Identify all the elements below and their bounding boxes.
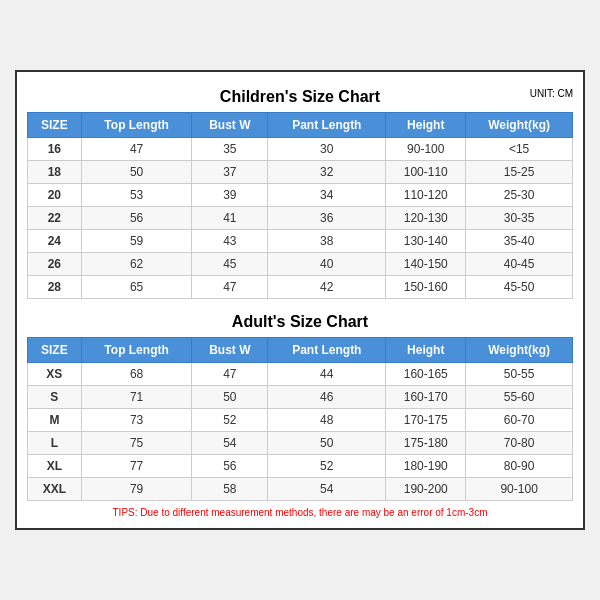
table-cell: 47 — [81, 138, 192, 161]
table-cell: 175-180 — [386, 432, 466, 455]
table-cell: 59 — [81, 230, 192, 253]
table-cell: M — [28, 409, 82, 432]
table-cell: 50 — [268, 432, 386, 455]
table-cell: 18 — [28, 161, 82, 184]
table-cell: 32 — [268, 161, 386, 184]
adults-header-cell: SIZE — [28, 338, 82, 363]
children-size-table: SIZETop LengthBust WPant LengthHeightWei… — [27, 112, 573, 299]
table-cell: 130-140 — [386, 230, 466, 253]
table-cell: 53 — [81, 184, 192, 207]
table-row: S715046160-17055-60 — [28, 386, 573, 409]
children-header-cell: Bust W — [192, 113, 268, 138]
table-cell: 79 — [81, 478, 192, 501]
table-cell: 45-50 — [466, 276, 573, 299]
table-cell: 20 — [28, 184, 82, 207]
size-chart-container: Children's Size Chart UNIT: CM SIZETop L… — [15, 70, 585, 530]
children-header-cell: Weight(kg) — [466, 113, 573, 138]
table-cell: 180-190 — [386, 455, 466, 478]
table-cell: 43 — [192, 230, 268, 253]
adults-section-title: Adult's Size Chart — [27, 307, 573, 333]
table-cell: 62 — [81, 253, 192, 276]
table-cell: 190-200 — [386, 478, 466, 501]
table-cell: 41 — [192, 207, 268, 230]
table-cell: <15 — [466, 138, 573, 161]
table-cell: 48 — [268, 409, 386, 432]
table-row: 1647353090-100<15 — [28, 138, 573, 161]
table-row: 20533934110-12025-30 — [28, 184, 573, 207]
table-cell: 50-55 — [466, 363, 573, 386]
table-cell: 170-175 — [386, 409, 466, 432]
table-row: L755450175-18070-80 — [28, 432, 573, 455]
table-cell: 34 — [268, 184, 386, 207]
table-cell: 36 — [268, 207, 386, 230]
children-header-row: SIZETop LengthBust WPant LengthHeightWei… — [28, 113, 573, 138]
table-cell: 39 — [192, 184, 268, 207]
table-cell: 47 — [192, 276, 268, 299]
table-cell: 15-25 — [466, 161, 573, 184]
table-cell: 56 — [192, 455, 268, 478]
table-cell: 110-120 — [386, 184, 466, 207]
table-cell: 50 — [81, 161, 192, 184]
table-cell: 60-70 — [466, 409, 573, 432]
table-row: 18503732100-11015-25 — [28, 161, 573, 184]
table-cell: 71 — [81, 386, 192, 409]
table-cell: 70-80 — [466, 432, 573, 455]
adults-header-cell: Height — [386, 338, 466, 363]
children-title-text: Children's Size Chart — [220, 88, 380, 105]
table-cell: 45 — [192, 253, 268, 276]
table-cell: 28 — [28, 276, 82, 299]
table-cell: 35-40 — [466, 230, 573, 253]
table-cell: 16 — [28, 138, 82, 161]
table-cell: 100-110 — [386, 161, 466, 184]
table-cell: 42 — [268, 276, 386, 299]
table-cell: 56 — [81, 207, 192, 230]
table-cell: 46 — [268, 386, 386, 409]
table-cell: 160-170 — [386, 386, 466, 409]
adults-header-cell: Bust W — [192, 338, 268, 363]
table-cell: 25-30 — [466, 184, 573, 207]
tips-text: TIPS: Due to different measurement metho… — [27, 507, 573, 518]
table-cell: 75 — [81, 432, 192, 455]
table-row: XL775652180-19080-90 — [28, 455, 573, 478]
table-cell: 54 — [192, 432, 268, 455]
table-cell: 58 — [192, 478, 268, 501]
table-cell: S — [28, 386, 82, 409]
children-header-cell: SIZE — [28, 113, 82, 138]
table-cell: XXL — [28, 478, 82, 501]
table-cell: 52 — [192, 409, 268, 432]
table-cell: 52 — [268, 455, 386, 478]
table-cell: 37 — [192, 161, 268, 184]
table-row: XS684744160-16550-55 — [28, 363, 573, 386]
table-row: 24594338130-14035-40 — [28, 230, 573, 253]
table-cell: 140-150 — [386, 253, 466, 276]
unit-label: UNIT: CM — [530, 88, 573, 99]
adults-size-table: SIZETop LengthBust WPant LengthHeightWei… — [27, 337, 573, 501]
table-cell: 150-160 — [386, 276, 466, 299]
table-row: M735248170-17560-70 — [28, 409, 573, 432]
table-cell: 24 — [28, 230, 82, 253]
table-cell: 73 — [81, 409, 192, 432]
table-cell: 30 — [268, 138, 386, 161]
table-cell: XL — [28, 455, 82, 478]
table-cell: 40-45 — [466, 253, 573, 276]
children-section-title: Children's Size Chart UNIT: CM — [27, 82, 573, 108]
table-cell: 77 — [81, 455, 192, 478]
table-row: 28654742150-16045-50 — [28, 276, 573, 299]
table-cell: 50 — [192, 386, 268, 409]
adults-header-cell: Weight(kg) — [466, 338, 573, 363]
table-cell: 160-165 — [386, 363, 466, 386]
children-header-cell: Pant Length — [268, 113, 386, 138]
table-cell: 22 — [28, 207, 82, 230]
adults-header-row: SIZETop LengthBust WPant LengthHeightWei… — [28, 338, 573, 363]
children-header-cell: Height — [386, 113, 466, 138]
table-cell: 120-130 — [386, 207, 466, 230]
adults-title-text: Adult's Size Chart — [232, 313, 368, 330]
table-cell: 65 — [81, 276, 192, 299]
table-cell: 54 — [268, 478, 386, 501]
table-cell: 55-60 — [466, 386, 573, 409]
table-cell: 40 — [268, 253, 386, 276]
table-cell: 47 — [192, 363, 268, 386]
table-cell: 68 — [81, 363, 192, 386]
table-cell: 38 — [268, 230, 386, 253]
table-row: XXL795854190-20090-100 — [28, 478, 573, 501]
